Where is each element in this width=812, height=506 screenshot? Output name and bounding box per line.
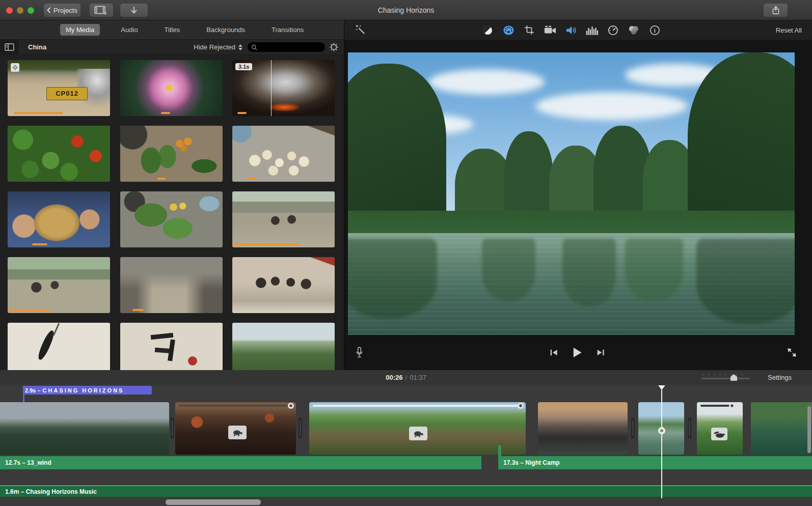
timeline-vertical-scrollbar[interactable] bbox=[807, 406, 811, 453]
stabilization-button[interactable] bbox=[544, 24, 556, 36]
media-thumbnail-greens-flatlay[interactable] bbox=[120, 191, 223, 247]
fullscreen-button[interactable] bbox=[786, 347, 798, 359]
music-clip-label: 1.6m – Chasing Horizons Music bbox=[5, 488, 97, 495]
timeline-clip-terraces[interactable] bbox=[697, 402, 743, 455]
audio-clip-night-camp-label: 17.3s – Night Camp bbox=[503, 459, 560, 466]
timeline-clip-village[interactable] bbox=[309, 402, 526, 455]
media-thumbnail-motorcycle-plate[interactable]: CP012 bbox=[8, 60, 110, 116]
tab-transitions[interactable]: Transitions bbox=[266, 24, 309, 36]
sidebar-icon bbox=[5, 43, 14, 51]
volume-button[interactable] bbox=[565, 24, 577, 36]
preview-cloud bbox=[428, 69, 545, 95]
usage-bar bbox=[32, 243, 47, 245]
speed-range-knob[interactable] bbox=[729, 403, 735, 409]
usage-bar bbox=[161, 112, 170, 114]
timeline-clip-green-river[interactable] bbox=[751, 402, 812, 455]
tab-backgrounds[interactable]: Backgrounds bbox=[201, 24, 251, 36]
video-preview[interactable] bbox=[348, 52, 795, 335]
color-filters-button[interactable] bbox=[628, 24, 640, 36]
media-thumbnail-street-riders[interactable] bbox=[232, 191, 335, 247]
media-thumbnail-lotus-flower[interactable] bbox=[120, 60, 223, 116]
search-field[interactable] bbox=[248, 42, 325, 52]
current-time: 00:26 bbox=[386, 374, 402, 381]
imovie-window: Projects ♪ Chasing Horizons bbox=[0, 0, 812, 506]
title-clip-name: CHASING HORIZONS bbox=[43, 387, 124, 393]
play-button[interactable] bbox=[571, 347, 583, 359]
search-input[interactable] bbox=[259, 44, 320, 51]
fast-motion-badge[interactable] bbox=[711, 428, 727, 440]
media-thumbnail-chili-peppers[interactable] bbox=[8, 126, 110, 182]
music-clip[interactable]: 1.6m – Chasing Horizons Music bbox=[0, 485, 812, 497]
transition-handle[interactable] bbox=[299, 418, 302, 438]
hide-rejected-label: Hide Rejected bbox=[194, 43, 235, 51]
transition-handle[interactable] bbox=[688, 418, 691, 438]
title-clip[interactable]: 2.9s – CHASING HORIZONS bbox=[23, 386, 152, 395]
viewer-toolbar: i Reset All bbox=[344, 20, 812, 40]
sidebar-toggle-button[interactable] bbox=[0, 40, 19, 55]
timeline-zoom-slider[interactable] bbox=[701, 373, 750, 381]
speed-range-bar[interactable] bbox=[313, 405, 522, 407]
tab-audio[interactable]: Audio bbox=[115, 24, 143, 36]
media-thumbnail-alley[interactable] bbox=[120, 257, 223, 313]
playhead-handle[interactable] bbox=[658, 427, 665, 434]
enhance-button[interactable] bbox=[355, 24, 367, 36]
media-thumbnail-family-table[interactable] bbox=[232, 257, 335, 313]
info-button[interactable]: i bbox=[648, 24, 661, 36]
speed-range-knob[interactable] bbox=[288, 403, 294, 409]
speed-range-bar[interactable] bbox=[700, 405, 734, 407]
color-balance-button[interactable] bbox=[481, 24, 494, 36]
timeline-settings-button[interactable]: Settings bbox=[768, 370, 792, 384]
titlebar: Projects ♪ Chasing Horizons bbox=[0, 0, 812, 20]
color-correction-button[interactable] bbox=[502, 24, 515, 36]
crop-button[interactable] bbox=[523, 24, 535, 36]
usage-bar bbox=[232, 243, 299, 245]
media-thumbnail-pale-fruit[interactable] bbox=[232, 126, 335, 182]
tab-titles[interactable]: Titles bbox=[159, 24, 186, 36]
media-thumbnail-ink-brush[interactable] bbox=[8, 323, 110, 370]
time-separator: / bbox=[405, 374, 408, 381]
audio-clip-night-camp[interactable]: 17.3s – Night Camp bbox=[498, 456, 812, 469]
media-thumbnail-longan-fruit[interactable] bbox=[8, 191, 110, 247]
timeline-clip-sunset[interactable] bbox=[538, 402, 628, 455]
speed-button[interactable] bbox=[607, 24, 619, 36]
media-thumbnail-calligraphy[interactable] bbox=[120, 323, 223, 370]
usage-bar bbox=[157, 178, 166, 180]
audio-clip-wind[interactable]: 12.7s – 13_wind bbox=[0, 456, 481, 469]
speed-range-knob[interactable] bbox=[518, 403, 524, 409]
tab-my-media[interactable]: My Media bbox=[60, 24, 100, 36]
timeline-clip-restaurant[interactable] bbox=[175, 402, 296, 455]
slow-motion-badge[interactable] bbox=[228, 426, 247, 439]
share-button[interactable] bbox=[764, 4, 788, 17]
playhead[interactable] bbox=[658, 385, 665, 498]
slow-motion-badge[interactable] bbox=[409, 427, 427, 440]
audio-clip-connector bbox=[498, 445, 501, 456]
transition-handle[interactable] bbox=[171, 418, 174, 438]
next-frame-button[interactable] bbox=[594, 347, 607, 359]
clip-filter-settings-button[interactable] bbox=[329, 42, 339, 52]
preview-reflection bbox=[625, 239, 683, 301]
media-thumbnail-landscape[interactable] bbox=[232, 323, 335, 370]
media-thumbnail-village-street[interactable] bbox=[8, 257, 110, 313]
media-grid: CP012 3.1s bbox=[0, 55, 344, 370]
media-thumbnail-cooking-pot[interactable]: 3.1s bbox=[232, 60, 335, 116]
speed-range-bar[interactable] bbox=[179, 405, 292, 407]
timeline-header: 00:26 / 01:37 Settings bbox=[0, 370, 812, 384]
timeline-horizontal-scrollbar[interactable] bbox=[166, 499, 261, 505]
voiceover-button[interactable] bbox=[353, 347, 365, 359]
noise-reduction-button[interactable] bbox=[586, 24, 598, 36]
preview-cloud bbox=[535, 92, 687, 121]
media-thumbnail-market-vegetables[interactable] bbox=[120, 126, 223, 182]
preview-reflection bbox=[482, 239, 535, 301]
lotus-center-decor bbox=[166, 85, 173, 91]
previous-frame-button[interactable] bbox=[548, 347, 560, 359]
viewer-panel: i Reset All bbox=[344, 20, 812, 370]
hide-rejected-filter[interactable]: Hide Rejected bbox=[194, 43, 243, 51]
usage-bar bbox=[237, 112, 247, 114]
event-name: China bbox=[28, 43, 46, 51]
reset-all-button[interactable]: Reset All bbox=[776, 26, 802, 34]
stroke-decor bbox=[151, 333, 174, 340]
stroke-decor bbox=[168, 340, 176, 361]
transition-handle[interactable] bbox=[631, 418, 635, 438]
timeline-clip-mountains[interactable] bbox=[0, 402, 169, 455]
search-icon bbox=[251, 44, 257, 50]
